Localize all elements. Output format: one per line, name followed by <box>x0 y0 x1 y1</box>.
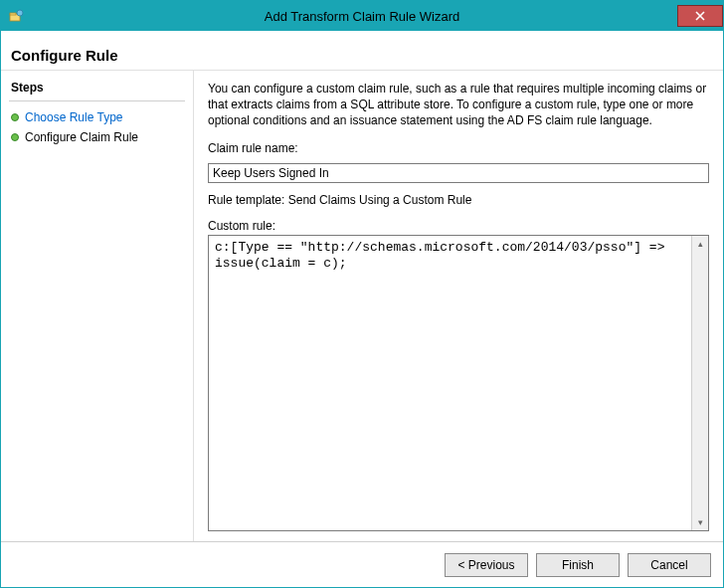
custom-rule-label: Custom rule: <box>208 219 709 233</box>
step-bullet-icon <box>11 133 19 141</box>
rule-template-text: Rule template: Send Claims Using a Custo… <box>208 193 709 207</box>
titlebar: Add Transform Claim Rule Wizard <box>1 1 723 31</box>
steps-heading: Steps <box>9 77 185 101</box>
wizard-window: Add Transform Claim Rule Wizard Configur… <box>0 0 724 588</box>
header-band: Configure Rule <box>1 31 723 71</box>
app-icon <box>9 8 25 24</box>
step-choose-rule-type[interactable]: Choose Rule Type <box>9 107 185 127</box>
footer: < Previous Finish Cancel <box>1 541 723 587</box>
body: Steps Choose Rule Type Configure Claim R… <box>1 71 723 541</box>
step-label: Configure Claim Rule <box>25 130 138 144</box>
page-title: Configure Rule <box>11 47 118 64</box>
step-configure-claim-rule[interactable]: Configure Claim Rule <box>9 127 185 147</box>
custom-rule-area: ▴ ▾ <box>208 235 709 531</box>
cancel-button[interactable]: Cancel <box>628 553 711 577</box>
scroll-up-icon[interactable]: ▴ <box>694 238 707 251</box>
close-button[interactable] <box>677 5 723 27</box>
main-panel: You can configure a custom claim rule, s… <box>194 71 723 541</box>
close-icon <box>695 11 705 21</box>
svg-point-2 <box>17 10 23 16</box>
custom-rule-textarea[interactable] <box>209 236 691 530</box>
step-bullet-icon <box>11 113 19 121</box>
scroll-down-icon[interactable]: ▾ <box>694 515 707 528</box>
claim-rule-name-input[interactable] <box>208 163 709 183</box>
svg-rect-1 <box>10 13 16 15</box>
finish-button[interactable]: Finish <box>536 553 620 577</box>
window-title: Add Transform Claim Rule Wizard <box>1 9 723 24</box>
claim-rule-name-label: Claim rule name: <box>208 141 709 155</box>
sidebar: Steps Choose Rule Type Configure Claim R… <box>1 71 194 541</box>
description-text: You can configure a custom claim rule, s… <box>208 81 709 129</box>
step-label: Choose Rule Type <box>25 110 123 124</box>
previous-button[interactable]: < Previous <box>445 553 528 577</box>
scrollbar[interactable]: ▴ ▾ <box>691 236 708 530</box>
